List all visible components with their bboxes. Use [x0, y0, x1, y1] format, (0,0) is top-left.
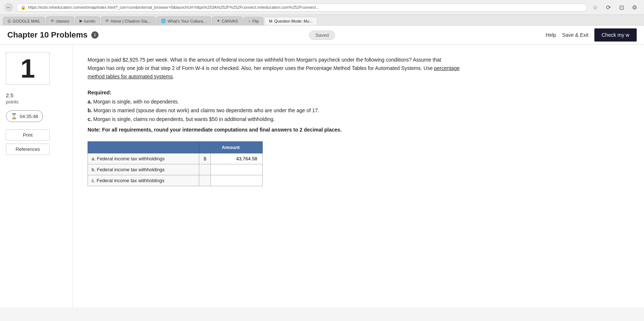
required-title: Required: [88, 90, 460, 95]
tab-icon-google: G [8, 19, 11, 23]
row-c-label: c. Federal income tax withholdings [88, 175, 199, 186]
tab-cultura[interactable]: 🌐 What's Your Cultura... [156, 16, 211, 25]
lock-icon: 🔒 [21, 5, 26, 10]
table-row-a: a. Federal income tax withholdings $ [88, 153, 263, 164]
check-my-button[interactable]: Check my w [594, 28, 637, 42]
tab-icon-home: ⟳ [105, 19, 109, 23]
note-text: Note: For all requirements, round your i… [88, 127, 460, 133]
question-body: Morgan is paid $2,925.75 per week. What … [88, 56, 460, 81]
saved-badge: Saved [309, 31, 335, 40]
app-header-left: Chapter 10 Problems i [7, 30, 99, 40]
table-row-c: c. Federal income tax withholdings [88, 175, 263, 186]
answer-table: Amount a. Federal income tax withholding… [88, 141, 263, 186]
row-b-input-cell[interactable] [211, 164, 263, 175]
table-header-amount: Amount [199, 141, 262, 153]
info-icon[interactable]: i [91, 31, 99, 39]
tab-google-mail[interactable]: G GOOGLE MAIL [3, 17, 45, 25]
tab-icon-canvas: ✦ [217, 19, 220, 23]
question-number-box: 1 [6, 52, 50, 85]
timer-value: 04:35:48 [20, 114, 38, 119]
browser-chrome: ← 🔒 https://ezto.mheducation.com/ext/map… [0, 0, 644, 15]
save-exit-link[interactable]: Save & Exit [562, 32, 588, 38]
address-bar[interactable]: 🔒 https://ezto.mheducation.com/ext/map/i… [16, 3, 587, 12]
row-c-input-cell[interactable] [211, 175, 263, 186]
req-part-c: c. Morgan is single, claims no dependent… [88, 115, 460, 124]
required-section: Required: a. Morgan is single, with no d… [88, 90, 460, 132]
req-part-b: b. Morgan is married (spouse does not wo… [88, 106, 460, 115]
timer-icon: ⌛ [11, 113, 18, 120]
references-button[interactable]: References [6, 144, 50, 155]
back-button[interactable]: ← [4, 3, 13, 12]
row-a-dollar: $ [199, 153, 211, 164]
tab-canvas[interactable]: ✦ CANVAS [212, 16, 243, 25]
row-b-label: b. Federal income tax withholdings [88, 164, 199, 175]
row-b-input[interactable] [215, 167, 259, 172]
tab-home[interactable]: ⟳ Home | Chadron Sta... [101, 16, 155, 25]
main-content: 1 2.5 points ⌛ 04:35:48 Print References… [0, 45, 644, 308]
tab-icon-question: M [269, 19, 272, 23]
req-part-a-letter: a. [88, 99, 92, 105]
refresh-button[interactable]: ⟳ [603, 2, 613, 12]
table-row-b: b. Federal income tax withholdings [88, 164, 263, 175]
extensions-button[interactable]: ⚙ [629, 2, 640, 12]
percentage-method-link[interactable]: percentage method tables for automated s… [88, 65, 460, 79]
print-button[interactable]: Print [6, 129, 50, 141]
tab-icon-flip: ○ [248, 19, 251, 23]
tab-bar: G GOOGLE MAIL ⟳ classes ▶ turntin ⟳ Home… [0, 15, 644, 26]
req-part-b-letter: b. [88, 107, 92, 113]
tab-turntin[interactable]: ▶ turntin [75, 16, 100, 25]
browser-actions: ☆ ⟳ ⊡ ⚙ [590, 2, 640, 12]
tab-button[interactable]: ⊡ [616, 2, 626, 12]
tab-icon-turntin: ▶ [80, 19, 82, 23]
row-a-input[interactable] [215, 156, 259, 161]
question-content: Morgan is paid $2,925.75 per week. What … [73, 45, 474, 308]
table-header-empty [88, 141, 199, 153]
points-value: 2.5 [6, 92, 67, 98]
timer-box[interactable]: ⌛ 04:35:48 [6, 110, 43, 122]
row-a-label: a. Federal income tax withholdings [88, 153, 199, 164]
app-header: Chapter 10 Problems i Saved Help Save & … [0, 26, 644, 45]
points-label: points [6, 99, 67, 105]
row-b-dollar [199, 164, 211, 175]
question-number: 1 [20, 54, 35, 83]
row-c-dollar [199, 175, 211, 186]
app-header-right: Help Save & Exit Check my w [546, 28, 637, 42]
req-part-c-letter: c. [88, 116, 92, 122]
url-text: https://ezto.mheducation.com/ext/map/ind… [28, 5, 319, 9]
left-sidebar: 1 2.5 points ⌛ 04:35:48 Print References [0, 45, 73, 308]
row-a-input-cell[interactable] [211, 153, 263, 164]
tab-flip[interactable]: ○ Flip [243, 17, 263, 25]
tab-question-mode[interactable]: M Question Mode: Mu... [264, 17, 317, 26]
help-link[interactable]: Help [546, 32, 556, 38]
star-button[interactable]: ☆ [590, 2, 600, 12]
page-title: Chapter 10 Problems [7, 30, 88, 40]
row-c-input[interactable] [215, 178, 259, 183]
tab-icon-classes: ⟳ [51, 19, 54, 23]
tab-icon-cultura: 🌐 [161, 19, 166, 23]
tab-classes[interactable]: ⟳ classes [46, 16, 74, 25]
req-part-a: a. Morgan is single, with no dependents. [88, 98, 460, 106]
